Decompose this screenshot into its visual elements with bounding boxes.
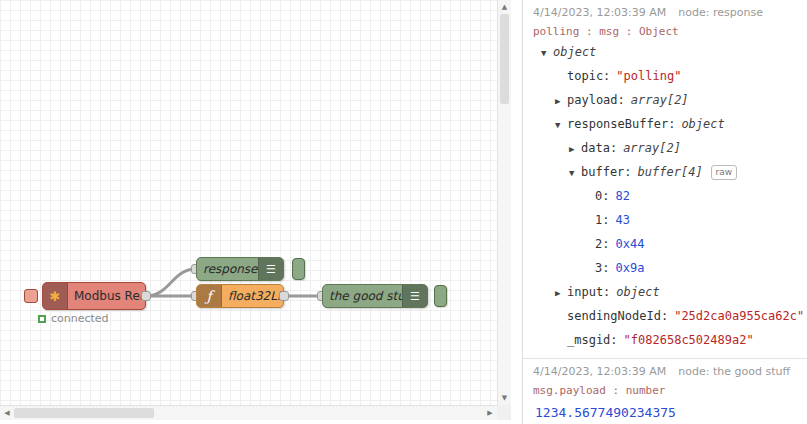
node-label: response (197, 262, 258, 276)
function-icon: ƒ (197, 285, 222, 307)
tree-row: ▼responseBuffer:object (533, 112, 800, 136)
modbus-icon: ✱ (43, 283, 68, 309)
scroll-right-icon[interactable]: ▶ (485, 409, 495, 417)
json-type: array[2] (623, 141, 681, 155)
tree-row: ▼buffer:buffer[4]raw (533, 160, 800, 184)
tree-row: 1:43 (533, 208, 800, 232)
tree-row: 2:0x44 (533, 232, 800, 256)
status-ring-icon (38, 315, 46, 323)
collapse-arrow-icon[interactable]: ▼ (541, 41, 553, 65)
node-response[interactable]: response ☰ (196, 257, 284, 281)
json-number-value: 82 (615, 189, 629, 203)
json-key: _msgid: (567, 333, 618, 347)
raw-toggle-button[interactable]: raw (711, 165, 738, 180)
json-string-value: "polling" (616, 69, 681, 83)
modbus-icon-glyph: ✱ (50, 289, 61, 304)
output-port[interactable] (279, 291, 289, 301)
json-type: array[2] (631, 93, 689, 107)
flow-canvas[interactable]: ✱ Modbus Read connected response ☰ ƒ flo… (0, 0, 497, 405)
scrollbar-corner (497, 405, 511, 420)
json-key: sendingNodeId: (567, 309, 668, 323)
node-label: Modbus Read (68, 289, 145, 303)
debug-icon-glyph: ☰ (266, 264, 276, 275)
json-type: object (616, 285, 659, 299)
modbus-node-button[interactable] (24, 289, 38, 303)
node-label: float32LE (222, 289, 283, 303)
debug-sidebar: 4/14/2023, 12:03:39 AM node: response po… (522, 0, 807, 424)
message-path: polling : msg : Object (533, 25, 800, 38)
json-key: responseBuffer: (567, 117, 675, 131)
tree-row: ▶data:array[2] (533, 136, 800, 160)
tree-row: ▶payload:array[2] (533, 88, 800, 112)
debug-icon-glyph: ☰ (410, 291, 420, 302)
tree-row: topic:"polling" (533, 64, 800, 88)
expand-arrow-icon[interactable]: ▶ (569, 137, 581, 161)
json-key: topic: (567, 69, 610, 83)
tree-row: ▼object (533, 40, 800, 64)
collapse-arrow-icon[interactable]: ▼ (555, 113, 567, 137)
debug-message: 4/14/2023, 12:03:39 AM node: response po… (523, 0, 807, 359)
json-key: payload: (567, 93, 625, 107)
tree-row: 0:82 (533, 184, 800, 208)
node-status: connected (38, 312, 109, 325)
scroll-down-icon[interactable]: ▼ (498, 394, 511, 402)
scroll-left-icon[interactable]: ◀ (2, 409, 12, 417)
debug-message: 4/14/2023, 12:03:39 AM node: the good st… (523, 359, 807, 424)
node-label: the good stuff (323, 289, 402, 303)
function-icon-glyph: ƒ (206, 288, 211, 304)
collapse-arrow-icon[interactable]: ▼ (569, 161, 581, 185)
debug-message-header: 4/14/2023, 12:03:39 AM node: response (533, 6, 800, 19)
output-port[interactable] (141, 291, 151, 301)
json-type: buffer[4] (638, 165, 703, 179)
json-key: 0: (595, 189, 609, 203)
vertical-scroll-thumb[interactable] (500, 14, 509, 104)
tree-row: ▶input:object (533, 280, 800, 304)
status-label: connected (51, 312, 109, 325)
json-key: 3: (595, 261, 609, 275)
message-path: msg.payload : number (533, 384, 800, 397)
source-node: node: response (678, 6, 763, 19)
payload-number-value: 1234.5677490234375 (533, 405, 800, 420)
scroll-up-icon[interactable]: ▲ (498, 3, 511, 11)
json-key: input: (567, 285, 610, 299)
node-the-good-stuff[interactable]: the good stuff ☰ (322, 284, 428, 308)
tree-row: sendingNodeId:"25d2ca0a955ca62c" (533, 304, 800, 328)
json-key: data: (581, 141, 617, 155)
tree-row: 3:0x9a (533, 256, 800, 280)
node-modbus-read[interactable]: ✱ Modbus Read (42, 282, 146, 310)
horizontal-scrollbar[interactable]: ◀ ▶ (0, 405, 497, 420)
expand-arrow-icon[interactable]: ▶ (555, 281, 567, 305)
json-key: buffer: (581, 165, 632, 179)
json-number-value: 0x44 (615, 237, 644, 251)
json-string-value: "25d2ca0a955ca62c" (674, 309, 804, 323)
timestamp: 4/14/2023, 12:03:39 AM (533, 365, 666, 378)
json-type: object (681, 117, 724, 131)
json-tree: ▼object topic:"polling" ▶payload:array[2… (533, 40, 800, 352)
json-key: 1: (595, 213, 609, 227)
node-red-window: ✱ Modbus Read connected response ☰ ƒ flo… (0, 0, 807, 424)
debug-message-header: 4/14/2023, 12:03:39 AM node: the good st… (533, 365, 800, 378)
timestamp: 4/14/2023, 12:03:39 AM (533, 6, 666, 19)
json-key: 2: (595, 237, 609, 251)
horizontal-scroll-thumb[interactable] (14, 408, 154, 418)
json-string-value: "f082658c502489a2" (624, 333, 754, 347)
wire-layer (0, 0, 497, 405)
node-float32le[interactable]: ƒ float32LE (196, 284, 284, 308)
debug-toggle-button[interactable] (434, 285, 447, 307)
expand-arrow-icon[interactable]: ▶ (555, 89, 567, 113)
debug-icon: ☰ (258, 258, 283, 280)
debug-toggle-button[interactable] (292, 258, 305, 280)
vertical-scrollbar[interactable]: ▲ ▼ (497, 0, 511, 405)
debug-icon: ☰ (402, 285, 427, 307)
tree-row: _msgid:"f082658c502489a2" (533, 328, 800, 352)
wire[interactable] (146, 269, 196, 296)
json-number-value: 43 (615, 213, 629, 227)
source-node: node: the good stuff (678, 365, 790, 378)
json-number-value: 0x9a (615, 261, 644, 275)
json-type: object (553, 45, 596, 59)
